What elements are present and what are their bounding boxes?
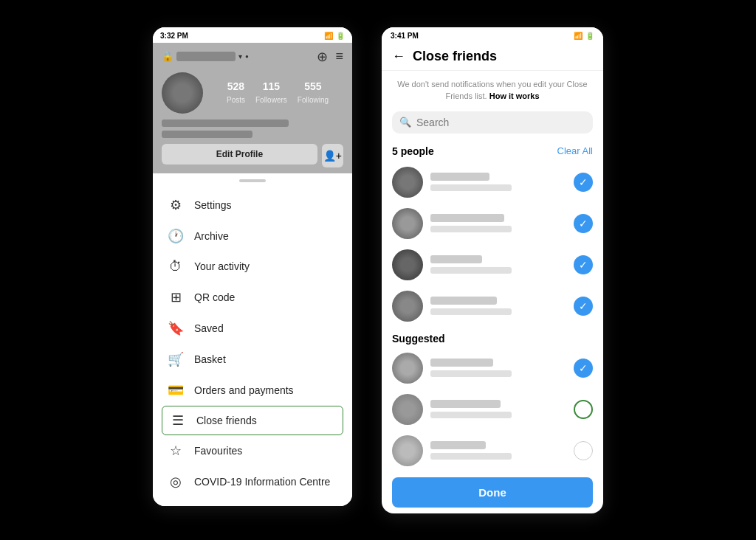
suggested-sub-blur-3	[430, 453, 512, 460]
profile-avatar	[162, 72, 203, 114]
covid-icon: ◎	[168, 474, 184, 490]
person-check-1[interactable]: ✓	[574, 173, 593, 192]
settings-icon: ⚙	[168, 197, 184, 213]
menu-item-orders[interactable]: 💳 Orders and payments	[153, 375, 352, 406]
suggested-section-label: Suggested	[382, 327, 603, 347]
suggested-sub-blur-1	[430, 370, 512, 377]
right-status-bar: 3:41 PM 📶 🔋	[382, 27, 603, 43]
archive-icon: 🕐	[168, 228, 184, 244]
profile-actions: Edit Profile 👤+	[162, 144, 343, 167]
menu-item-close-friends[interactable]: ☰ Close friends	[162, 406, 343, 435]
menu-item-favourites[interactable]: ☆ Favourites	[153, 435, 352, 466]
person-name-blur-1	[430, 173, 489, 181]
qr-label: QR code	[194, 291, 235, 303]
covid-label: COVID-19 Information Centre	[194, 476, 330, 488]
following-count: 555	[298, 80, 329, 92]
bio-blur-1	[162, 120, 289, 127]
menu-item-settings[interactable]: ⚙ Settings	[153, 190, 352, 221]
profile-stats: 528 Posts 115 Followers 555 Following	[212, 80, 343, 105]
archive-label: Archive	[194, 230, 229, 242]
saved-label: Saved	[194, 322, 224, 334]
people-section-header: 5 people Clear All	[382, 141, 603, 162]
right-time: 3:41 PM	[391, 32, 419, 40]
edit-profile-button[interactable]: Edit Profile	[162, 144, 317, 165]
person-avatar-2	[392, 208, 423, 239]
menu-item-covid[interactable]: ◎ COVID-19 Information Centre	[153, 466, 352, 497]
add-friend-button[interactable]: 👤+	[322, 144, 343, 167]
person-check-3[interactable]: ✓	[574, 255, 593, 274]
orders-label: Orders and payments	[194, 384, 294, 396]
person-sub-blur-4	[430, 308, 512, 315]
person-sub-blur-2	[430, 226, 512, 232]
how-it-works-link[interactable]: How it works	[489, 91, 540, 100]
posts-label: Posts	[227, 96, 245, 104]
qr-icon: ⊞	[168, 289, 184, 305]
suggested-avatar-1	[392, 353, 423, 384]
favourites-icon: ☆	[168, 443, 184, 459]
stat-posts: 528 Posts	[227, 80, 245, 105]
menu-item-basket[interactable]: 🛒 Basket	[153, 344, 352, 375]
add-icon[interactable]: ⊕	[317, 49, 328, 65]
favourites-label: Favourites	[194, 445, 242, 457]
right-phone: 3:41 PM 📶 🔋 ← Close friends We don't sen…	[382, 27, 603, 513]
dropdown-icon: ▾	[238, 52, 242, 60]
left-status-bar: 3:32 PM 📶 🔋	[153, 27, 352, 43]
suggested-name-blur-3	[430, 441, 486, 449]
suggested-name-blur-2	[430, 400, 501, 408]
profile-body: 528 Posts 115 Followers 555 Following	[162, 72, 343, 114]
search-bar: 🔍	[392, 111, 593, 134]
left-status-icons: 📶 🔋	[324, 32, 345, 40]
menu-icon[interactable]: ≡	[335, 49, 343, 65]
suggested-row-2	[382, 389, 603, 430]
person-avatar-1	[392, 167, 423, 198]
person-row-1: ✓	[382, 162, 603, 203]
person-row-4: ✓	[382, 285, 603, 327]
search-input[interactable]	[416, 117, 585, 128]
notice-text: We don't send notifications when you edi…	[382, 71, 603, 107]
suggested-row-1: ✓	[382, 347, 603, 389]
person-sub-blur-1	[430, 184, 512, 191]
clear-all-button[interactable]: Clear All	[557, 145, 593, 156]
profile-top-bar: 🔒 ▾ ● ⊕ ≡	[162, 49, 343, 65]
person-info-2	[430, 214, 566, 232]
close-friends-icon: ☰	[170, 412, 186, 429]
menu-item-archive[interactable]: 🕐 Archive	[153, 221, 352, 252]
person-info-4	[430, 297, 566, 315]
following-label: Following	[298, 96, 329, 104]
posts-count: 528	[227, 80, 245, 92]
menu-item-saved[interactable]: 🔖 Saved	[153, 313, 352, 344]
bio-blur-2	[162, 131, 252, 138]
back-button[interactable]: ←	[392, 49, 405, 63]
suggested-circle-3[interactable]	[574, 441, 593, 460]
profile-action-icons: ⊕ ≡	[317, 49, 343, 65]
person-name-blur-3	[430, 255, 482, 263]
lock-icon: 🔒	[162, 51, 173, 62]
suggested-avatar-2	[392, 394, 423, 425]
person-sub-blur-3	[430, 267, 512, 274]
menu-item-qr[interactable]: ⊞ QR code	[153, 282, 352, 313]
profile-name-blur	[176, 52, 236, 61]
basket-label: Basket	[194, 353, 226, 365]
person-row-3: ✓	[382, 244, 603, 285]
suggested-row-3	[382, 430, 603, 471]
followers-count: 115	[255, 80, 287, 92]
suggested-sub-blur-2	[430, 412, 512, 418]
menu-item-activity[interactable]: ⏱ Your activity	[153, 252, 352, 282]
person-check-4[interactable]: ✓	[574, 297, 593, 316]
right-status-icons: 📶 🔋	[574, 32, 594, 40]
close-friends-label: Close friends	[196, 415, 257, 426]
suggested-circle-2[interactable]	[574, 400, 593, 419]
suggested-check-1[interactable]: ✓	[574, 359, 593, 378]
people-count-label: 5 people	[392, 145, 434, 157]
stat-followers: 115 Followers	[255, 80, 287, 105]
suggested-name-blur-1	[430, 359, 493, 367]
close-friends-header: ← Close friends	[382, 43, 603, 71]
page-title: Close friends	[413, 49, 497, 64]
activity-label: Your activity	[194, 260, 250, 272]
search-icon: 🔍	[399, 117, 411, 128]
done-button[interactable]: Done	[392, 477, 593, 508]
person-name-blur-2	[430, 214, 504, 222]
profile-header: 🔒 ▾ ● ⊕ ≡ 528 Posts	[153, 43, 352, 173]
person-check-2[interactable]: ✓	[574, 214, 593, 233]
left-time: 3:32 PM	[160, 32, 188, 40]
